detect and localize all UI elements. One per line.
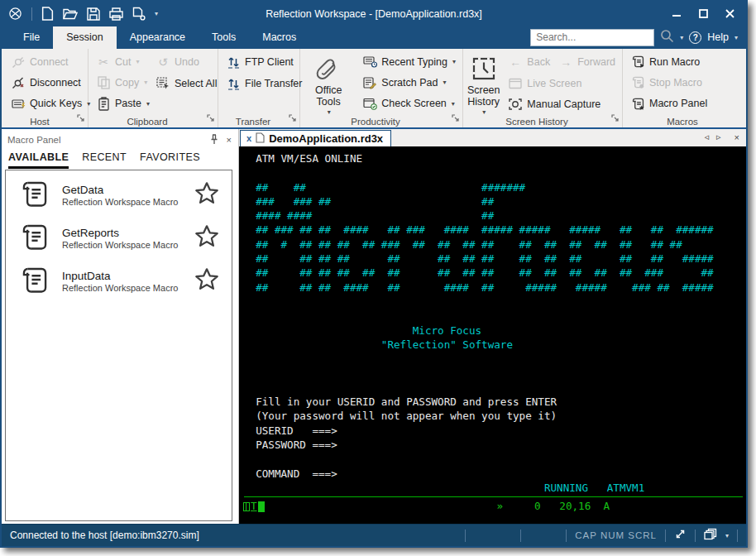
copy-caret[interactable]: ▾ — [144, 79, 147, 86]
copy-button[interactable]: Copy ▾ — [92, 72, 151, 93]
paste-caret[interactable]: ▾ — [146, 100, 150, 108]
scroll-tabs-left-icon[interactable]: ◃ — [705, 132, 710, 142]
scratch-pad-icon — [362, 75, 377, 90]
paste-button[interactable]: Paste ▾ — [92, 93, 151, 114]
tab-recent[interactable]: RECENT — [82, 151, 127, 169]
terminal-password-prompt[interactable]: PASSWORD ===> — [243, 438, 746, 452]
session-tab-close-icon[interactable]: x — [246, 134, 251, 143]
recent-typing-button[interactable]: Recent Typing ▾ — [358, 51, 460, 72]
connect-plug-icon — [11, 55, 26, 70]
favorite-star-icon[interactable] — [194, 223, 220, 253]
run-macro-button[interactable]: Run Macro — [626, 51, 711, 72]
terminal-command-prompt[interactable]: COMMAND ===> — [243, 467, 746, 481]
favorite-star-icon[interactable] — [194, 266, 220, 296]
new-document-button[interactable] — [41, 7, 54, 21]
run-macro-scroll-icon — [630, 55, 645, 70]
help-label[interactable]: Help — [707, 31, 729, 43]
screen-history-button[interactable]: Screen History ▾ — [467, 51, 500, 114]
office-tools-button[interactable]: Office Tools ▾ — [304, 51, 353, 114]
list-item-getreports[interactable]: GetReports Reflection Workspace Macro — [6, 217, 232, 260]
select-all-icon — [156, 76, 170, 91]
host-dialog-launcher-icon[interactable] — [77, 111, 85, 126]
disconnect-plug-icon — [11, 75, 26, 90]
cut-button[interactable]: ✂ Cut ▾ — [92, 51, 151, 72]
manual-capture-button[interactable]: Manual Capture — [504, 93, 620, 114]
close-session-icon[interactable]: × — [734, 132, 739, 142]
window-layout-icon[interactable] — [704, 528, 717, 543]
expand-terminal-icon[interactable] — [674, 528, 687, 543]
terminal-banner-line: ## ## ## ## ## ## ## ## ## ## ## ## ## #… — [243, 266, 746, 280]
maximize-button[interactable] — [690, 4, 716, 24]
run-macro-label: Run Macro — [649, 56, 700, 68]
tab-session[interactable]: Session — [53, 26, 116, 49]
open-button[interactable] — [63, 7, 78, 20]
tab-available[interactable]: AVAILABLE — [8, 151, 69, 169]
select-all-button[interactable]: Select All — [151, 73, 221, 94]
manual-capture-label: Manual Capture — [527, 98, 600, 110]
macro-scroll-icon — [19, 220, 50, 256]
connect-label: Connect — [30, 56, 69, 68]
stop-macro-button[interactable]: Stop Macro — [626, 72, 711, 93]
tab-tools[interactable]: Tools — [199, 26, 249, 49]
screen-history-dialog-launcher-icon[interactable] — [611, 111, 620, 126]
back-button[interactable]: ← Back — [504, 51, 554, 73]
statusbar-divider — [695, 530, 696, 542]
forward-button[interactable]: → Forward — [554, 51, 620, 73]
terminal-screen[interactable]: ATM VM/ESA ONLINE ## ## ####### ### ### … — [239, 146, 746, 524]
disconnect-button[interactable]: Disconnect — [7, 72, 94, 93]
layout-dropdown-caret[interactable]: ▾ — [725, 532, 729, 539]
file-transfer-button[interactable]: File Transfer — [222, 73, 306, 94]
scratch-pad-button[interactable]: Scratch Pad ▾ — [358, 72, 460, 93]
statusbar-divider — [566, 530, 567, 542]
session-tab-title: DemoApplication.rd3x — [269, 132, 383, 145]
scratch-pad-caret[interactable]: ▾ — [443, 79, 446, 86]
screen-history-caret[interactable]: ▾ — [482, 108, 486, 116]
macro-panel-close-icon[interactable]: × — [227, 135, 232, 145]
new-session-button[interactable] — [132, 7, 146, 21]
connect-button[interactable]: Connect — [7, 51, 94, 72]
close-button[interactable] — [716, 4, 743, 24]
live-screen-button[interactable]: Live Screen — [504, 73, 620, 93]
search-dropdown-caret[interactable]: ▾ — [680, 34, 683, 41]
search-input[interactable] — [530, 29, 654, 46]
recent-typing-caret[interactable]: ▾ — [452, 58, 456, 65]
office-tools-caret[interactable]: ▾ — [328, 108, 331, 116]
terminal-userid-prompt[interactable]: USERID ===> — [243, 424, 746, 438]
macro-panel-button[interactable]: Macro Panel — [626, 93, 711, 114]
save-button[interactable] — [87, 7, 100, 21]
terminal-banner-line: ## ## ## ## ## ## ## ## ## ## ## ## ## #… — [243, 252, 746, 266]
macro-type: Reflection Workspace Macro — [62, 240, 194, 250]
tab-macros[interactable]: Macros — [249, 26, 309, 49]
ribbon-group-transfer: FTP Client File Transfer Transfer — [218, 49, 300, 127]
clipboard-dialog-launcher-icon[interactable] — [207, 111, 215, 126]
list-item-getdata[interactable]: GetData Reflection Workspace Macro — [6, 174, 232, 217]
terminal-line — [243, 295, 746, 309]
ribbon-group-macros: Run Macro Stop Macro — [623, 49, 742, 127]
minimize-button[interactable] — [663, 4, 690, 24]
help-dropdown-caret[interactable]: ▾ — [734, 34, 738, 41]
tab-file[interactable]: File — [10, 26, 53, 49]
cut-caret[interactable]: ▾ — [136, 58, 139, 65]
qat-dropdown-caret[interactable]: ▾ — [155, 10, 158, 17]
quick-keys-label: Quick Keys — [30, 98, 82, 109]
ribbon-group-productivity: Office Tools ▾ Recent Typing ▾ — [300, 49, 463, 127]
favorite-star-icon[interactable] — [194, 180, 220, 210]
pin-icon[interactable] — [210, 134, 218, 146]
help-icon[interactable]: ? — [689, 31, 701, 44]
productivity-dialog-launcher-icon[interactable] — [452, 111, 460, 126]
tab-favorites[interactable]: FAVORITES — [140, 151, 200, 169]
recent-typing-label: Recent Typing — [381, 56, 447, 68]
search-icon[interactable] — [660, 29, 674, 46]
oia-status-row: T » 0 20,16 A — [243, 499, 746, 514]
list-item-inputdata[interactable]: InputData Reflection Workspace Macro — [6, 260, 232, 303]
check-screen-caret[interactable]: ▾ — [452, 100, 455, 108]
check-screen-button[interactable]: Check Screen ▾ — [358, 93, 460, 114]
transfer-dialog-launcher-icon[interactable] — [289, 111, 297, 126]
tab-appearance[interactable]: Appearance — [117, 26, 199, 49]
undo-button[interactable]: ↺ Undo — [151, 51, 221, 73]
session-tab[interactable]: x DemoApplication.rd3x — [240, 130, 391, 146]
scroll-tabs-right-icon[interactable]: ▹ — [716, 132, 721, 142]
quick-access-toolbar: ▾ — [8, 7, 158, 21]
print-button[interactable] — [109, 7, 123, 21]
ftp-client-button[interactable]: FTP Client — [222, 51, 306, 73]
